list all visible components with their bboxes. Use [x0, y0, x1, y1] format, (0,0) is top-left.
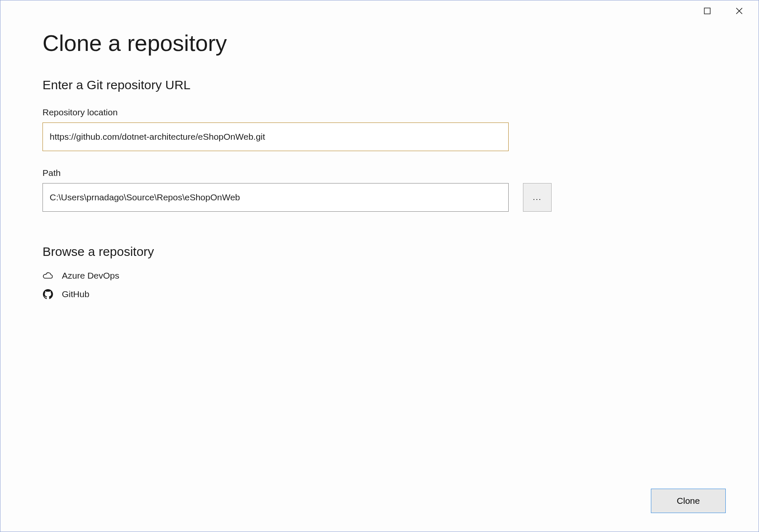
browse-azure-devops[interactable]: Azure DevOps [42, 266, 717, 285]
enter-url-heading: Enter a Git repository URL [42, 78, 717, 92]
close-icon [735, 7, 743, 15]
svg-rect-0 [704, 8, 710, 14]
clone-repository-dialog: Clone a repository Enter a Git repositor… [0, 0, 759, 532]
path-label: Path [42, 168, 717, 178]
path-input[interactable] [42, 183, 509, 212]
browse-item-label: GitHub [62, 289, 89, 299]
browse-github[interactable]: GitHub [42, 285, 717, 303]
page-title: Clone a repository [42, 30, 717, 56]
close-button[interactable] [731, 3, 748, 19]
browse-item-label: Azure DevOps [62, 271, 119, 281]
maximize-icon [704, 8, 711, 14]
maximize-button[interactable] [699, 3, 716, 19]
repository-location-input[interactable] [42, 122, 509, 151]
repository-location-label: Repository location [42, 107, 717, 117]
cloud-icon [42, 272, 53, 279]
window-titlebar [699, 0, 759, 21]
github-icon [42, 289, 53, 299]
browse-repository-heading: Browse a repository [42, 245, 717, 259]
clone-button[interactable]: Clone [651, 489, 726, 513]
browse-path-button[interactable]: ... [523, 183, 552, 212]
